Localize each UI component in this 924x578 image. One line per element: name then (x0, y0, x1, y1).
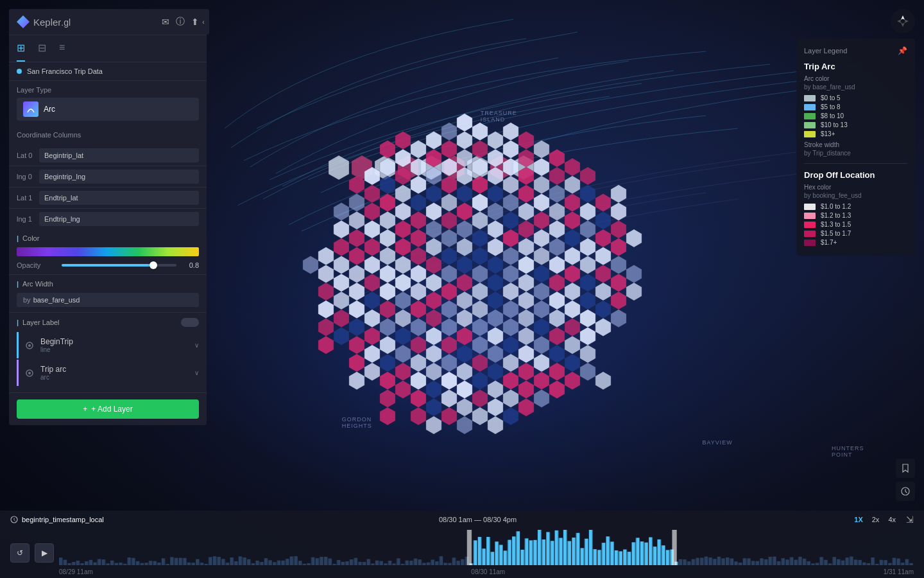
collapse-sidebar-button[interactable]: ‹ (198, 9, 209, 35)
map-ctrl-clock[interactable] (896, 482, 915, 501)
dataset-bar: San Francisco Trip Data (9, 62, 207, 81)
tab-layers[interactable]: ⊞ (17, 35, 25, 62)
layer-list: BeginTrip line ∨ Trip arc arc (17, 332, 199, 386)
timeline-expand-icon[interactable]: ⇲ (906, 514, 914, 525)
legend-item-1.7plus: $1.7+ (804, 239, 907, 246)
sidebar: Kepler.gl ✉ ⓘ ⬆ ⊞ ⊟ ≡ San Francisco Trip… (9, 9, 207, 425)
legend-trip-arc: Trip Arc Arc color by base_fare_usd $0 t… (804, 62, 907, 157)
coord-value-lng0[interactable]: Begintrip_lng (39, 170, 199, 184)
add-layer-button[interactable]: + + Add Layer (17, 399, 199, 419)
arc-width-by[interactable]: by base_fare_usd (17, 293, 199, 307)
timeline-chart[interactable]: 08/29 11am 08/30 11am 1/31 11am (59, 530, 914, 575)
legend-label-8to10: $8 to 10 (821, 112, 844, 119)
layer-type-begintrip: line (40, 346, 194, 353)
layer-item-begintrip[interactable]: BeginTrip line ∨ (17, 332, 199, 358)
opacity-fill (62, 264, 153, 267)
legend-hex-color-label: Hex color (804, 184, 907, 191)
layer-label-title: Layer Label (17, 319, 60, 326)
coord-value-lng1[interactable]: Endtrip_lng (39, 212, 199, 226)
timeline-field-name: begintrip_timestamp_local (22, 516, 104, 523)
arc-icon (23, 101, 38, 117)
legend-swatch-1to1.2 (804, 204, 816, 210)
svg-marker-7 (444, 155, 465, 180)
sidebar-header: Kepler.gl ✉ ⓘ ⬆ (9, 9, 207, 35)
opacity-label: Opacity (17, 261, 55, 269)
svg-marker-18 (904, 19, 909, 23)
legend-label-1.2to1.3: $1.2 to 1.3 (821, 212, 851, 219)
header-icons: ✉ ⓘ ⬆ (162, 16, 199, 28)
map-ctrl-bookmark[interactable] (896, 459, 915, 478)
legend-dropoff: Drop Off Location Hex color by booking_f… (804, 170, 907, 246)
info-icon[interactable]: ⓘ (176, 16, 185, 28)
legend-trip-arc-title: Trip Arc (804, 62, 907, 71)
coord-lng1: lng 1 Endtrip_lng (9, 209, 207, 229)
legend-swatch-5to8 (804, 104, 816, 110)
opacity-row: Opacity 0.8 (17, 261, 199, 269)
speed-1x[interactable]: 1X (851, 514, 865, 525)
timeline-range-end: 08/30 4pm (483, 516, 517, 523)
legend-header: Layer Legend 📌 (804, 46, 907, 55)
chevron-begintrip: ∨ (194, 342, 199, 349)
legend-item-1.5to1.7: $1.5 to 1.7 (804, 230, 907, 237)
color-gradient-bar[interactable] (17, 247, 199, 256)
arc-width-section: Arc Width by base_fare_usd (9, 275, 207, 313)
timeline-top: begintrip_timestamp_local 08/30 1am — 08… (0, 511, 924, 529)
coord-label-lat1: Lat 1 (17, 194, 39, 202)
coord-value-lat1[interactable]: Endtrip_lat (39, 191, 199, 205)
legend-label-5to8: $5 to 8 (821, 103, 841, 110)
legend-item-10to13: $10 to 13 (804, 121, 907, 128)
app-title: Kepler.gl (33, 17, 71, 28)
svg-marker-3 (352, 155, 372, 180)
coord-value-lat0[interactable]: Begintrip_lat (39, 148, 199, 162)
coord-label-lng1: lng 1 (17, 215, 39, 223)
svg-marker-6 (421, 155, 441, 180)
layer-info-begintrip: BeginTrip line (40, 337, 194, 353)
svg-marker-15 (901, 15, 905, 20)
coord-lat0: Lat 0 Begintrip_lat (9, 145, 207, 166)
opacity-value: 0.8 (183, 261, 199, 269)
svg-point-12 (28, 344, 31, 347)
layer-label-toggle[interactable] (181, 318, 199, 327)
color-section: Color Opacity 0.8 (9, 229, 207, 275)
map-controls (896, 459, 915, 501)
layer-type-row[interactable]: Arc (17, 98, 199, 121)
legend-swatch-1.5to1.7 (804, 231, 816, 237)
legend-stroke-by: by Trip_distance (804, 150, 907, 157)
layer-item-triparc[interactable]: Trip arc arc ∨ (17, 360, 199, 386)
arc-width-title: Arc Width (17, 280, 199, 288)
legend-pin-icon[interactable]: 📌 (898, 46, 907, 55)
color-section-title: Color (17, 234, 199, 242)
legend-swatch-8to10 (804, 113, 816, 119)
legend-label-1.7plus: $1.7+ (821, 239, 837, 246)
legend-divider (804, 163, 907, 164)
svg-marker-8 (467, 155, 488, 180)
timeline-rewind-button[interactable]: ↺ (10, 543, 30, 563)
svg-marker-4 (375, 155, 395, 180)
tab-filters[interactable]: ⊟ (38, 35, 46, 62)
legend-stroke-label: Stroke width (804, 141, 907, 148)
layer-type-value: Arc (44, 105, 55, 114)
timeline-play-button[interactable]: ▶ (35, 543, 54, 563)
timeline-range-separator: — (474, 516, 483, 523)
clock-icon (10, 516, 18, 523)
tab-interactions[interactable]: ≡ (59, 35, 65, 62)
speed-4x[interactable]: 4x (886, 514, 898, 525)
svg-marker-10 (513, 155, 534, 180)
nav-compass[interactable] (891, 9, 915, 33)
speed-2x[interactable]: 2x (869, 514, 882, 525)
legend-label-10to13: $10 to 13 (821, 121, 848, 128)
timeline-labels: 08/29 11am 08/30 11am 1/31 11am (59, 568, 914, 575)
opacity-slider[interactable] (62, 264, 176, 267)
legend-item-0to5: $0 to 5 (804, 94, 907, 101)
opacity-thumb[interactable] (150, 261, 157, 269)
hex-grid (199, 39, 776, 488)
layer-label-section: Layer Label BeginTrip line (9, 313, 207, 393)
timeline-label-mid: 08/30 11am (471, 568, 505, 575)
coord-lng0: lng 0 Begintrip_lng (9, 166, 207, 188)
svg-marker-9 (490, 155, 511, 180)
legend-swatch-0to5 (804, 95, 816, 101)
legend-swatch-10to13 (804, 122, 816, 128)
layer-name-triparc: Trip arc (40, 365, 194, 374)
mail-icon[interactable]: ✉ (162, 17, 169, 27)
legend-item-1.3to1.5: $1.3 to 1.5 (804, 221, 907, 228)
